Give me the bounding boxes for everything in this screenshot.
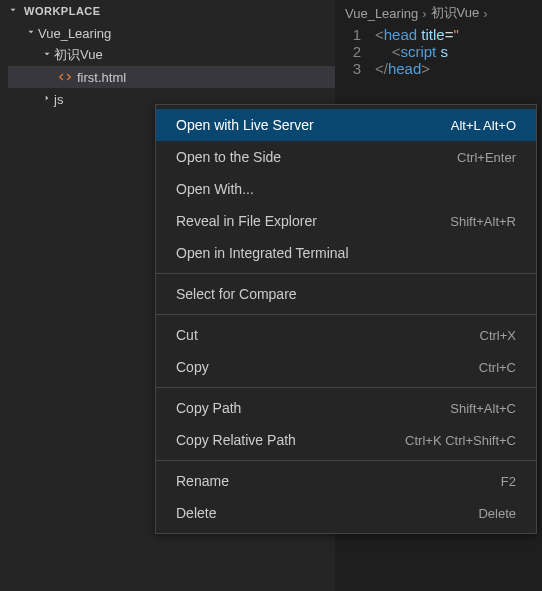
- menu-item-label: Open with Live Server: [176, 117, 314, 133]
- breadcrumb-separator: ›: [483, 6, 487, 21]
- menu-item-label: Delete: [176, 505, 216, 521]
- menu-item-shortcut: Ctrl+C: [479, 360, 516, 375]
- breadcrumb-part[interactable]: Vue_Learing: [345, 6, 418, 21]
- menu-separator: [156, 460, 536, 461]
- menu-item-shortcut: Ctrl+Enter: [457, 150, 516, 165]
- menu-item-shortcut: Shift+Alt+C: [450, 401, 516, 416]
- line-content: <head title=": [375, 26, 459, 43]
- line-number: 3: [335, 60, 375, 77]
- chevron-down-icon: [26, 26, 38, 40]
- chevron-down-icon: [8, 4, 20, 18]
- tree-item-label: js: [54, 92, 63, 107]
- file-item[interactable]: first.html: [8, 66, 335, 88]
- section-title: WORKPLACE: [24, 5, 101, 17]
- folder-item[interactable]: Vue_Learing: [8, 22, 335, 44]
- menu-item-shortcut: Ctrl+K Ctrl+Shift+C: [405, 433, 516, 448]
- chevron-right-icon: [42, 92, 54, 106]
- menu-item-shortcut: Ctrl+X: [480, 328, 516, 343]
- line-content: </head>: [375, 60, 430, 77]
- line-number: 2: [335, 43, 375, 60]
- menu-item-label: Copy: [176, 359, 209, 375]
- menu-item[interactable]: Open to the SideCtrl+Enter: [156, 141, 536, 173]
- menu-item-label: Open With...: [176, 181, 254, 197]
- menu-item-shortcut: Delete: [478, 506, 516, 521]
- menu-item[interactable]: Reveal in File ExplorerShift+Alt+R: [156, 205, 536, 237]
- menu-item[interactable]: DeleteDelete: [156, 497, 536, 529]
- menu-separator: [156, 273, 536, 274]
- workspace-header[interactable]: WORKPLACE: [0, 0, 335, 22]
- html-file-icon: [58, 70, 72, 84]
- menu-item[interactable]: CutCtrl+X: [156, 319, 536, 351]
- code-line[interactable]: 1<head title=": [335, 26, 542, 43]
- file-tree: Vue_Learing初识Vuefirst.htmljs: [0, 22, 335, 110]
- menu-item[interactable]: Copy PathShift+Alt+C: [156, 392, 536, 424]
- code-line[interactable]: 3</head>: [335, 60, 542, 77]
- tree-item-label: first.html: [77, 70, 126, 85]
- menu-item-label: Cut: [176, 327, 198, 343]
- menu-item[interactable]: Copy Relative PathCtrl+K Ctrl+Shift+C: [156, 424, 536, 456]
- menu-separator: [156, 314, 536, 315]
- menu-item-shortcut: F2: [501, 474, 516, 489]
- menu-item-label: Open to the Side: [176, 149, 281, 165]
- code-view[interactable]: 1<head title="2 <script s3</head>: [335, 26, 542, 77]
- breadcrumb-part[interactable]: 初识Vue: [431, 4, 480, 22]
- breadcrumb-separator: ›: [422, 6, 426, 21]
- menu-item-shortcut: Alt+L Alt+O: [451, 118, 516, 133]
- menu-item[interactable]: Select for Compare: [156, 278, 536, 310]
- line-content: <script s: [375, 43, 448, 60]
- menu-separator: [156, 387, 536, 388]
- menu-item[interactable]: CopyCtrl+C: [156, 351, 536, 383]
- menu-item-label: Copy Relative Path: [176, 432, 296, 448]
- menu-item-label: Rename: [176, 473, 229, 489]
- menu-item[interactable]: Open With...: [156, 173, 536, 205]
- context-menu: Open with Live ServerAlt+L Alt+OOpen to …: [155, 104, 537, 534]
- menu-item-shortcut: Shift+Alt+R: [450, 214, 516, 229]
- folder-item[interactable]: 初识Vue: [8, 44, 335, 66]
- tree-item-label: 初识Vue: [54, 46, 103, 64]
- menu-item[interactable]: RenameF2: [156, 465, 536, 497]
- menu-item-label: Reveal in File Explorer: [176, 213, 317, 229]
- menu-item[interactable]: Open in Integrated Terminal: [156, 237, 536, 269]
- menu-item[interactable]: Open with Live ServerAlt+L Alt+O: [156, 109, 536, 141]
- line-number: 1: [335, 26, 375, 43]
- menu-item-label: Open in Integrated Terminal: [176, 245, 349, 261]
- chevron-down-icon: [42, 48, 54, 62]
- tree-item-label: Vue_Learing: [38, 26, 111, 41]
- menu-item-label: Select for Compare: [176, 286, 297, 302]
- code-line[interactable]: 2 <script s: [335, 43, 542, 60]
- menu-item-label: Copy Path: [176, 400, 241, 416]
- breadcrumb[interactable]: Vue_Learing›初识Vue›: [335, 0, 542, 26]
